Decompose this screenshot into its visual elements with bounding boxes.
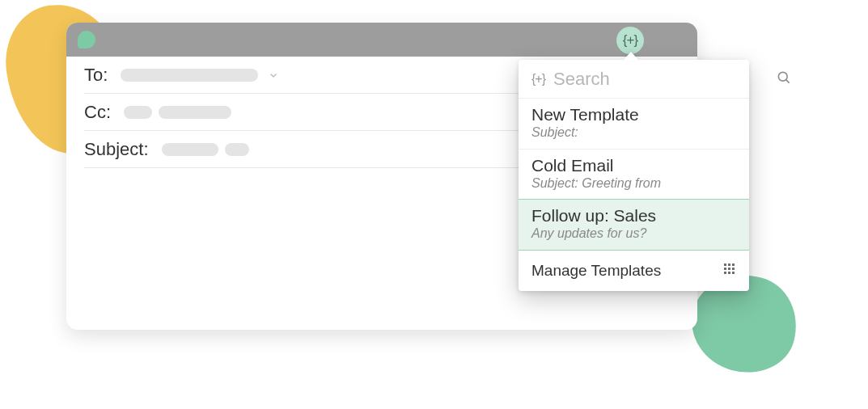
- braces-plus-icon: {+}: [531, 72, 545, 86]
- manage-templates-label: Manage Templates: [531, 262, 661, 280]
- svg-rect-2: [724, 264, 726, 266]
- svg-line-1: [786, 79, 790, 82]
- template-item-follow-up-sales[interactable]: Follow up: Sales Any updates for us?: [519, 199, 749, 251]
- template-search-row: {+}: [519, 60, 749, 99]
- cc-value-placeholder-2: [159, 106, 231, 119]
- template-popover: {+} New Template Subject: Cold Email Sub…: [519, 60, 749, 291]
- window-titlebar: [66, 23, 697, 57]
- template-subject: Subject:: [531, 125, 736, 140]
- template-title: Cold Email: [531, 156, 736, 175]
- svg-rect-4: [732, 264, 735, 266]
- svg-rect-3: [728, 264, 730, 266]
- grid-icon: [723, 262, 736, 280]
- svg-rect-10: [732, 272, 735, 274]
- template-search-input[interactable]: [553, 69, 776, 90]
- template-title: Follow up: Sales: [531, 206, 736, 226]
- to-value-placeholder: [121, 69, 258, 82]
- subject-value-placeholder-2: [225, 143, 249, 156]
- template-item-cold-email[interactable]: Cold Email Subject: Greeting from: [519, 150, 749, 200]
- to-label: To:: [84, 65, 108, 86]
- chevron-down-icon[interactable]: [268, 70, 279, 81]
- search-icon: [776, 70, 792, 89]
- svg-rect-7: [732, 268, 735, 270]
- popover-caret: [623, 52, 639, 61]
- app-logo-icon: [78, 31, 95, 48]
- braces-plus-icon: {+}: [623, 32, 637, 48]
- svg-rect-8: [724, 272, 726, 274]
- template-subject: Any updates for us?: [531, 226, 736, 241]
- cc-value-placeholder-1: [124, 106, 152, 119]
- svg-point-0: [778, 72, 787, 81]
- subject-label: Subject:: [84, 139, 149, 160]
- manage-templates-button[interactable]: Manage Templates: [519, 251, 749, 291]
- insert-template-button[interactable]: {+}: [616, 27, 644, 54]
- template-item-new-template[interactable]: New Template Subject:: [519, 99, 749, 150]
- subject-value-placeholder-1: [162, 143, 218, 156]
- template-subject: Subject: Greeting from: [531, 176, 736, 191]
- template-title: New Template: [531, 105, 736, 124]
- svg-rect-5: [724, 268, 726, 270]
- svg-rect-6: [728, 268, 730, 270]
- cc-label: Cc:: [84, 102, 111, 123]
- svg-rect-9: [728, 272, 730, 274]
